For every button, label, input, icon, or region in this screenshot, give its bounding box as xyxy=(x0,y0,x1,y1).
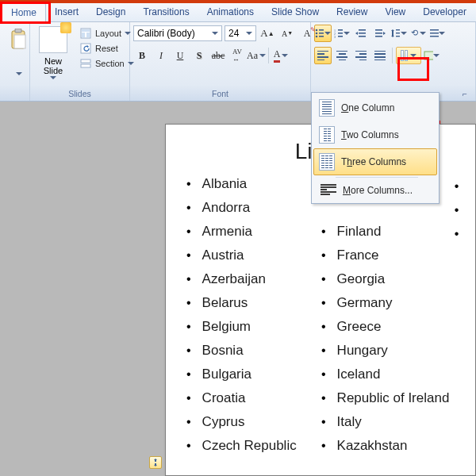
list-item[interactable]: Kazakhstan xyxy=(318,434,473,458)
list-item[interactable]: Belgium xyxy=(183,315,318,339)
list-item[interactable]: Hungary xyxy=(318,339,473,363)
list-item[interactable]: Iceland xyxy=(318,363,473,386)
chevron-down-icon xyxy=(259,54,266,57)
list-item[interactable]: Bulgaria xyxy=(183,363,318,386)
align-center-button[interactable] xyxy=(333,47,351,64)
align-left-button[interactable] xyxy=(314,47,332,64)
svg-rect-13 xyxy=(319,33,324,34)
list-item[interactable]: Austria xyxy=(183,244,318,267)
increase-indent-button[interactable] xyxy=(371,25,389,42)
list-item[interactable]: Italy xyxy=(318,410,473,434)
char-spacing-button[interactable]: AV↔ xyxy=(228,47,246,64)
list-item[interactable]: Bosnia xyxy=(183,339,318,363)
font-name-select[interactable]: Calibri (Body) xyxy=(133,25,222,41)
section-icon xyxy=(79,57,92,70)
list-item[interactable]: Azerbaijan xyxy=(183,267,318,291)
tab-slideshow[interactable]: Slide Show xyxy=(263,3,328,21)
tab-developer[interactable]: Developer xyxy=(414,3,475,21)
svg-rect-9 xyxy=(81,64,90,67)
underline-button[interactable]: U xyxy=(171,47,189,64)
tab-insert[interactable]: Insert xyxy=(46,3,87,21)
menu-three-columns[interactable]: Three Columns xyxy=(313,148,437,175)
one-column-icon xyxy=(319,99,335,117)
chevron-down-icon xyxy=(50,76,56,79)
list-item[interactable]: Germany xyxy=(318,291,473,315)
decrease-indent-button[interactable] xyxy=(352,25,370,42)
italic-button[interactable]: I xyxy=(152,47,170,64)
svg-rect-26 xyxy=(375,33,382,34)
justify-button[interactable] xyxy=(371,47,389,64)
ribbon: NewSlide Layout Reset Section xyxy=(0,22,476,102)
list-item[interactable]: Czech Republic xyxy=(183,434,318,458)
svg-rect-11 xyxy=(319,29,324,31)
svg-text:⟲: ⟲ xyxy=(411,28,418,37)
bullet-column-2[interactable]: x x Finland France Georgia Germany Greec… xyxy=(318,172,473,458)
reset-button[interactable]: Reset xyxy=(76,41,137,56)
tab-view[interactable]: View xyxy=(376,3,414,21)
clipboard-icon xyxy=(9,28,29,52)
svg-rect-5 xyxy=(82,33,85,37)
svg-rect-8 xyxy=(81,60,90,63)
list-item[interactable]: Armenia xyxy=(183,220,318,244)
chevron-down-icon xyxy=(324,32,331,35)
list-item[interactable]: Cyprus xyxy=(183,410,318,434)
tab-transitions[interactable]: Transitions xyxy=(134,3,198,21)
svg-rect-25 xyxy=(375,29,382,31)
tab-animations[interactable]: Animations xyxy=(198,3,263,21)
autofit-options-button[interactable] xyxy=(149,456,162,469)
menu-two-columns[interactable]: Two Columns xyxy=(313,121,437,148)
numbering-button[interactable]: 123 xyxy=(333,25,351,42)
chevron-down-icon xyxy=(401,32,407,35)
align-text-vertical-button[interactable] xyxy=(428,25,446,42)
svg-rect-6 xyxy=(86,33,90,37)
change-case-button[interactable]: Aa xyxy=(248,47,265,64)
strikethrough-button[interactable]: abc xyxy=(209,47,227,64)
text-direction-button[interactable]: ⟲ xyxy=(409,25,427,42)
font-color-button[interactable]: A xyxy=(272,47,290,64)
svg-point-10 xyxy=(316,29,318,32)
list-item[interactable]: Albania xyxy=(183,172,318,196)
new-slide-button[interactable]: NewSlide xyxy=(33,25,73,83)
group-label xyxy=(3,87,26,101)
list-item[interactable]: Greece xyxy=(318,315,473,339)
list-item[interactable]: Croatia xyxy=(183,386,318,410)
list-item[interactable]: Belarus xyxy=(183,291,318,315)
convert-smartart-button[interactable] xyxy=(423,47,440,64)
list-item[interactable]: Andorra xyxy=(183,196,318,220)
menu-more-columns[interactable]: More Columns... xyxy=(313,179,437,202)
svg-rect-35 xyxy=(424,52,433,60)
autofit-icon xyxy=(152,459,159,466)
tab-home[interactable]: Home xyxy=(2,3,46,22)
svg-rect-23 xyxy=(359,33,366,34)
font-size-select[interactable]: 24 xyxy=(225,25,256,41)
chevron-down-icon xyxy=(420,32,426,35)
group-label-font: Font xyxy=(133,87,307,101)
tab-review[interactable]: Review xyxy=(328,3,376,21)
tab-design[interactable]: Design xyxy=(87,3,134,21)
list-item[interactable]: Finland xyxy=(318,220,473,244)
list-item[interactable]: Georgia xyxy=(318,267,473,291)
list-item[interactable]: France xyxy=(318,244,473,267)
svg-rect-1 xyxy=(15,29,21,33)
line-spacing-button[interactable] xyxy=(390,25,408,42)
ribbon-tabstrip: Home Insert Design Transitions Animation… xyxy=(0,3,476,22)
columns-button[interactable] xyxy=(396,47,421,64)
section-button[interactable]: Section xyxy=(76,56,137,71)
menu-one-column[interactable]: One Column xyxy=(313,94,437,121)
list-item[interactable]: Republic of Ireland xyxy=(318,386,473,410)
align-right-button[interactable] xyxy=(352,47,370,64)
svg-rect-29 xyxy=(396,33,400,33)
grow-font-button[interactable]: A▲ xyxy=(259,25,276,42)
layout-icon xyxy=(79,27,92,40)
chevron-down-icon xyxy=(433,54,440,57)
shadow-button[interactable]: S xyxy=(190,47,208,64)
bullet-column-3[interactable] xyxy=(455,175,470,246)
shrink-font-button[interactable]: A▼ xyxy=(278,25,296,42)
bullets-button[interactable] xyxy=(314,25,332,42)
three-columns-icon xyxy=(319,153,335,171)
bold-button[interactable]: B xyxy=(133,47,151,64)
layout-button[interactable]: Layout xyxy=(76,26,137,40)
svg-rect-19 xyxy=(338,33,343,34)
svg-rect-33 xyxy=(430,33,439,34)
bullet-column-1[interactable]: Albania Andorra Armenia Austria Azerbaij… xyxy=(183,172,318,458)
